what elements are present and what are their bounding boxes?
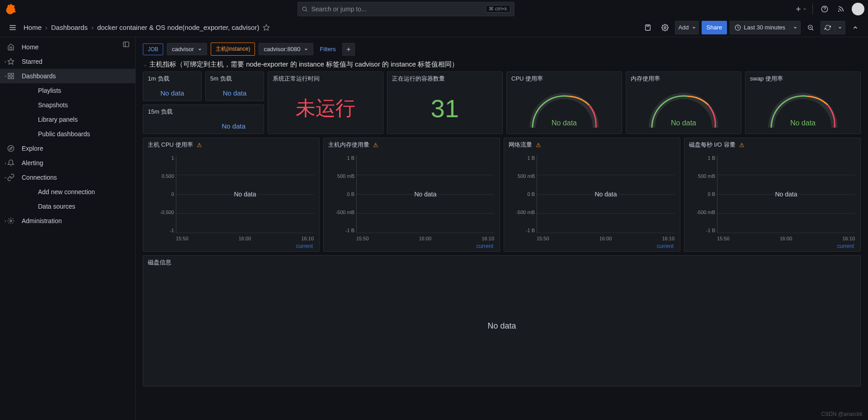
time-range-picker[interactable]: Last 30 minutes: [730, 21, 790, 34]
svg-rect-11: [646, 25, 651, 30]
panel-host_mem[interactable]: 主机内存使用量⚠ 1 B500 mB0 B-500 mB-1 B No data…: [323, 138, 500, 252]
svg-point-6: [839, 11, 839, 11]
svg-point-15: [664, 27, 666, 29]
divider: [812, 4, 813, 14]
settings-icon[interactable]: [658, 20, 672, 35]
search-input[interactable]: Search or jump to... ⌘ ctrl+k: [297, 2, 514, 16]
gauge-value: No data: [671, 119, 696, 127]
chart-area: 10.5000-0.500-1 No data 15:5016:0016:10 …: [143, 152, 319, 251]
time-range-dropdown[interactable]: [790, 21, 801, 34]
panel-cpu-gauge[interactable]: CPU 使用率 No data: [506, 72, 622, 134]
panel-mem-gauge[interactable]: 内存使用率 No data: [626, 72, 741, 134]
dashboard-content: JOB cadvisor 主机(instance) cadvisor:8080 …: [136, 37, 868, 420]
stat-value: 31: [387, 86, 502, 131]
collapse-icon[interactable]: [848, 20, 863, 35]
compass-icon: [6, 145, 15, 152]
svg-rect-24: [11, 73, 14, 76]
sidebar-item-public-dashboards[interactable]: Public dashboards: [0, 127, 135, 141]
menu-toggle-icon[interactable]: [5, 20, 20, 35]
svg-rect-26: [8, 76, 10, 79]
sidebar-item-alerting[interactable]: › Alerting: [0, 156, 135, 170]
sidebar-item-connections[interactable]: › Connections: [0, 170, 135, 185]
row-header[interactable]: ⌵ 主机指标（可绑定到主机，需要 node-exporter 的 instanc…: [139, 57, 864, 72]
avatar[interactable]: [852, 3, 864, 15]
zoom-out-icon[interactable]: [803, 20, 818, 35]
breadcrumb: Home › Dashboards › docker container & O…: [24, 24, 259, 31]
var-select-host[interactable]: cadvisor:8080: [259, 43, 313, 55]
panel-disk_io[interactable]: 磁盘每秒 I/O 容量⚠ 1 B500 mB0 B-500 mB-1 B No …: [684, 138, 861, 252]
watermark: CSDN @anarckk: [821, 411, 863, 417]
sidebar-item-administration[interactable]: › Administration: [0, 214, 135, 228]
add-menu-button[interactable]: [793, 2, 808, 16]
stat-value: 未运行: [268, 86, 383, 131]
x-axis: 15:5016:0016:10: [537, 236, 675, 241]
sidebar-item-home[interactable]: Home: [0, 40, 135, 54]
panel-uptime[interactable]: 系统正常运行时间 未运行: [268, 72, 383, 134]
chevron-down-icon: ⌵: [144, 62, 146, 67]
var-select-job[interactable]: cadvisor: [167, 43, 207, 55]
grafana-logo[interactable]: [4, 2, 18, 16]
help-icon[interactable]: [817, 2, 832, 16]
panel-net[interactable]: 网络流量⚠ 1 B500 mB0 B-500 mB-1 B No data 15…: [504, 138, 680, 252]
panel-load-1m[interactable]: 1m 负载 No data: [143, 72, 202, 101]
nodata-text: No data: [414, 191, 436, 198]
sidebar-item-data-sources[interactable]: Data sources: [0, 199, 135, 214]
chevron-right-icon: ›: [1, 59, 10, 64]
svg-point-27: [8, 145, 14, 151]
gauge-value: No data: [552, 119, 577, 127]
stat-value: No data: [206, 86, 264, 100]
breadcrumb-current: docker container & OS node(node_exporter…: [97, 24, 259, 31]
headerbar: Home › Dashboards › docker container & O…: [0, 18, 868, 37]
plot-area: No data: [717, 155, 855, 233]
panel-load-5m[interactable]: 5m 负载 No data: [205, 72, 264, 101]
refresh-interval-dropdown[interactable]: [835, 21, 845, 34]
legend[interactable]: current: [296, 243, 313, 249]
nodata-text: No data: [594, 191, 617, 198]
y-axis: 1 B500 mB0 B-500 mB-1 B: [688, 155, 715, 233]
legend[interactable]: current: [837, 243, 854, 249]
star-icon[interactable]: [263, 24, 270, 31]
sidebar-item-playlists[interactable]: Playlists: [0, 83, 135, 98]
panel-swap-gauge[interactable]: swap 使用率 No data: [745, 72, 861, 134]
save-dashboard-icon[interactable]: [641, 20, 655, 35]
sidebar-item-starred[interactable]: › Starred: [0, 54, 135, 69]
sidebar-item-dashboards[interactable]: › Dashboards: [0, 69, 135, 83]
add-button-group[interactable]: Add: [675, 21, 698, 34]
sidebar-item-explore[interactable]: Explore: [0, 141, 135, 156]
plot-area: No data: [537, 155, 675, 233]
chevron-down-icon: ›: [3, 72, 8, 81]
warning-icon: ⚠: [373, 142, 378, 148]
var-label-host: 主机(instance): [211, 43, 255, 56]
filters-link[interactable]: Filters: [317, 46, 338, 52]
panel-disk-info[interactable]: 磁盘信息 No data: [143, 255, 861, 387]
refresh-button[interactable]: [821, 21, 835, 34]
var-label-job: JOB: [143, 43, 163, 55]
svg-point-0: [302, 7, 306, 10]
add-filter-button[interactable]: [342, 43, 355, 56]
search-placeholder: Search or jump to...: [311, 5, 486, 13]
breadcrumb-home[interactable]: Home: [24, 24, 42, 31]
panel-host_cpu[interactable]: 主机 CPU 使用率⚠ 10.5000-0.500-1 No data 15:5…: [143, 138, 320, 252]
svg-point-29: [10, 220, 12, 222]
breadcrumb-dashboards[interactable]: Dashboards: [51, 24, 88, 31]
chevron-right-icon: ›: [45, 24, 47, 31]
svg-line-18: [812, 29, 813, 30]
chart-area: 1 B500 mB0 B-500 mB-1 B No data 15:5016:…: [324, 152, 500, 251]
svg-rect-25: [11, 76, 14, 79]
sidebar-item-library-panels[interactable]: Library panels: [0, 112, 135, 127]
news-icon[interactable]: [834, 2, 848, 16]
sidebar-item-snapshots[interactable]: Snapshots: [0, 98, 135, 112]
legend[interactable]: current: [476, 243, 493, 249]
chart-area: 1 B500 mB0 B-500 mB-1 B No data 15:5016:…: [504, 152, 680, 251]
nodata-text: No data: [143, 269, 860, 382]
gauge-value: No data: [790, 119, 816, 127]
sidebar-item-add-connection[interactable]: Add new connection: [0, 185, 135, 199]
variable-row: JOB cadvisor 主机(instance) cadvisor:8080 …: [139, 41, 864, 57]
legend[interactable]: current: [657, 243, 674, 249]
chevron-right-icon: ›: [1, 161, 10, 166]
add-button[interactable]: Add: [675, 21, 698, 34]
share-button[interactable]: Share: [702, 21, 727, 34]
panel-load-15m[interactable]: 15m 负载 No data: [143, 105, 264, 134]
panel-container-count[interactable]: 正在运行的容器数量 31: [387, 72, 503, 134]
y-axis: 10.5000-0.500-1: [147, 155, 174, 233]
